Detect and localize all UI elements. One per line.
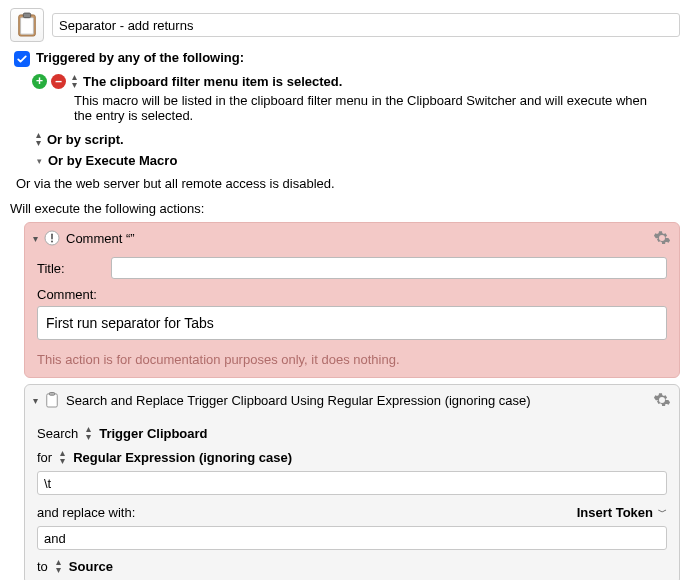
macro-name-field[interactable] xyxy=(52,13,680,37)
action-search-replace-card: ▾ Search and Replace Trigger Clipboard U… xyxy=(24,384,680,580)
sr-replace-value-input[interactable] xyxy=(37,526,667,550)
triggers-heading: Triggered by any of the following: xyxy=(36,50,244,65)
or-by-script: Or by script. xyxy=(47,132,124,147)
svg-rect-4 xyxy=(51,234,53,240)
remove-trigger-button[interactable]: – xyxy=(51,74,66,89)
insert-token-label: Insert Token xyxy=(577,505,653,520)
trigger-description: This macro will be listed in the clipboa… xyxy=(74,93,664,123)
svg-rect-6 xyxy=(47,394,58,407)
comment-title-label: Title: xyxy=(37,261,103,276)
comment-body-label: Comment: xyxy=(37,287,97,302)
clipboard-icon xyxy=(44,392,60,408)
triggers-enabled-checkbox[interactable] xyxy=(14,51,30,67)
action-comment-card: ▾ Comment “” Title: Comment: This action… xyxy=(24,222,680,378)
comment-header-text: Comment “” xyxy=(66,231,135,246)
sr-disclosure[interactable]: ▾ xyxy=(33,395,38,406)
svg-rect-2 xyxy=(23,13,30,18)
comment-hint: This action is for documentation purpose… xyxy=(25,348,679,377)
sr-search-label: Search xyxy=(37,426,78,441)
sr-for-mode[interactable]: Regular Expression (ignoring case) xyxy=(73,450,292,465)
sr-for-mode-stepper[interactable]: ▴▾ xyxy=(60,449,65,465)
sr-to-label: to xyxy=(37,559,48,574)
warning-icon xyxy=(44,230,60,246)
sr-header-text: Search and Replace Trigger Clipboard Usi… xyxy=(66,393,531,408)
sr-replace-label: and replace with: xyxy=(37,505,135,520)
comment-disclosure[interactable]: ▾ xyxy=(33,233,38,244)
or-web-server-text: Or via the web server but all remote acc… xyxy=(16,176,680,191)
or-script-stepper[interactable]: ▴▾ xyxy=(36,131,41,147)
sr-search-target-stepper[interactable]: ▴▾ xyxy=(86,425,91,441)
sr-to-target-stepper[interactable]: ▴▾ xyxy=(56,558,61,574)
svg-rect-7 xyxy=(49,393,54,396)
trigger-type-stepper[interactable]: ▴▾ xyxy=(72,73,77,89)
comment-body-input[interactable] xyxy=(37,306,667,340)
add-trigger-button[interactable]: + xyxy=(32,74,47,89)
sr-to-target[interactable]: Source xyxy=(69,559,113,574)
sr-search-target[interactable]: Trigger Clipboard xyxy=(99,426,207,441)
sr-search-value-input[interactable] xyxy=(37,471,667,495)
sr-for-label: for xyxy=(37,450,52,465)
svg-rect-1 xyxy=(21,18,34,34)
chevron-down-icon: ﹀ xyxy=(657,506,667,519)
svg-point-5 xyxy=(51,241,53,243)
execute-macro-disclosure[interactable]: ▾ xyxy=(34,156,44,166)
actions-heading: Will execute the following actions: xyxy=(10,201,680,216)
trigger-text: The clipboard filter menu item is select… xyxy=(83,74,342,89)
comment-title-input[interactable] xyxy=(111,257,667,279)
insert-token-button[interactable]: Insert Token ﹀ xyxy=(577,505,667,520)
comment-gear-icon[interactable] xyxy=(653,229,671,247)
macro-icon[interactable] xyxy=(10,8,44,42)
sr-gear-icon[interactable] xyxy=(653,391,671,409)
or-by-execute-macro: Or by Execute Macro xyxy=(48,153,177,168)
